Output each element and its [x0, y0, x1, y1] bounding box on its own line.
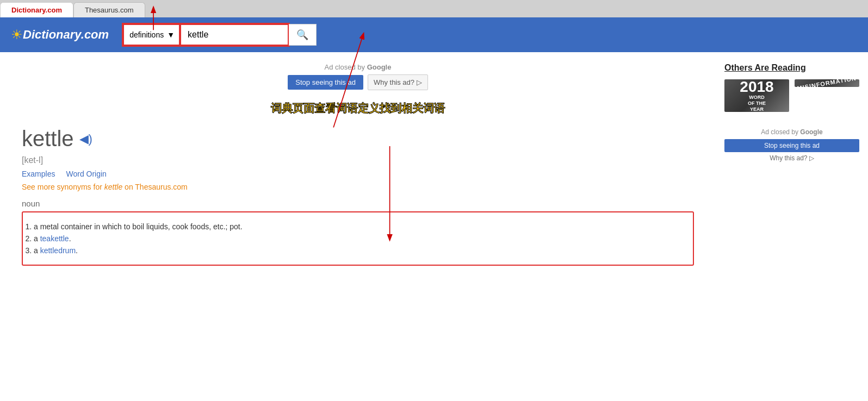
word-links: Examples Word Origin — [22, 170, 694, 178]
header-bar: ☀ Dictionary.com definitions ▼ 🔍 — [0, 17, 868, 52]
synonyms-suffix: on Thesaurus.com — [122, 183, 188, 191]
ad-closed-area: Ad closed by Google Stop seeing this ad … — [22, 52, 694, 96]
definition-item-1: a metal container in which to boil liqui… — [34, 222, 682, 231]
speaker-icon[interactable]: ◀) — [79, 132, 92, 146]
synonyms-word-link[interactable]: kettle — [104, 183, 122, 191]
search-input[interactable] — [180, 24, 289, 46]
main-wrapper: Ad closed by Google Stop seeing this ad … — [0, 52, 868, 277]
word-origin-link[interactable]: Word Origin — [66, 170, 106, 178]
chinese-annotation-text: 词典页面查看词语定义找到相关词语 — [271, 101, 445, 116]
content-area: Ad closed by Google Stop seeing this ad … — [0, 52, 716, 277]
kettledrum-link[interactable]: kettledrum — [40, 246, 76, 255]
search-type-label: definitions — [129, 30, 164, 39]
search-button[interactable]: 🔍 — [289, 24, 317, 46]
sidebar-ad-area: Ad closed by Google Stop seeing this ad … — [724, 123, 859, 167]
woty-year: 2018 — [740, 79, 773, 95]
pronunciation: [ket-l] — [22, 155, 694, 165]
sidebar-why-ad[interactable]: Why this ad? ▷ — [724, 154, 859, 162]
browser-tabs: Dictionary.com Thesaurus.com — [0, 0, 868, 17]
word-title: kettle ◀) — [22, 127, 694, 151]
logo-text: Dictionary.com — [23, 28, 109, 42]
annotation-area: 词典页面查看词语定义找到相关词语 — [22, 96, 694, 116]
google-label: Google — [367, 63, 392, 71]
synonyms-prefix: See more synonyms for — [22, 183, 104, 191]
pos-label: noun — [22, 199, 694, 208]
definitions-list: a metal container in which to boil liqui… — [22, 211, 694, 266]
sidebar-google-label: Google — [800, 128, 822, 136]
teakettle-link[interactable]: teakettle — [40, 234, 69, 243]
chevron-down-icon: ▼ — [167, 30, 175, 39]
sidebar-stop-ad-button[interactable]: Stop seeing this ad — [724, 139, 859, 152]
tab-dictionary[interactable]: Dictionary.com — [0, 2, 73, 17]
examples-link[interactable]: Examples — [22, 170, 55, 178]
logo-area: ☀ Dictionary.com — [11, 27, 109, 42]
word-of-year-card[interactable]: 2018 WORD OF THE YEAR — [724, 79, 789, 112]
why-ad-button[interactable]: Why this ad? ▷ — [368, 74, 428, 90]
search-icon: 🔍 — [296, 29, 308, 41]
definition-item-3: a kettledrum. — [34, 246, 682, 255]
stop-ad-button[interactable]: Stop seeing this ad — [288, 75, 363, 90]
woty-text: WORD OF THE YEAR — [748, 95, 766, 112]
synonyms-line: See more synonyms for kettle on Thesauru… — [22, 183, 694, 191]
word-heading: kettle — [22, 127, 74, 151]
sidebar: Others Are Reading 2018 WORD OF THE YEAR… — [716, 52, 868, 277]
misinfo-text: MISINFORMATION — [797, 79, 857, 87]
search-type-select[interactable]: definitions ▼ — [123, 24, 180, 46]
reading-cards: 2018 WORD OF THE YEAR MISINFORMATION — [724, 79, 859, 112]
search-container: definitions ▼ 🔍 — [123, 24, 317, 46]
sidebar-ad-closed-label: Ad closed by Google — [724, 128, 859, 136]
ad-actions: Stop seeing this ad Why this ad? ▷ — [22, 74, 694, 90]
definition-item-2: a teakettle. — [34, 234, 682, 243]
others-reading-title: Others Are Reading — [724, 63, 859, 73]
ad-closed-label: Ad closed by Google — [22, 63, 694, 71]
logo-sun-icon: ☀ — [11, 27, 23, 42]
tab-thesaurus[interactable]: Thesaurus.com — [73, 2, 145, 17]
definition-section: kettle ◀) [ket-l] Examples Word Origin S… — [22, 116, 694, 277]
misinformation-card[interactable]: MISINFORMATION — [795, 79, 859, 87]
